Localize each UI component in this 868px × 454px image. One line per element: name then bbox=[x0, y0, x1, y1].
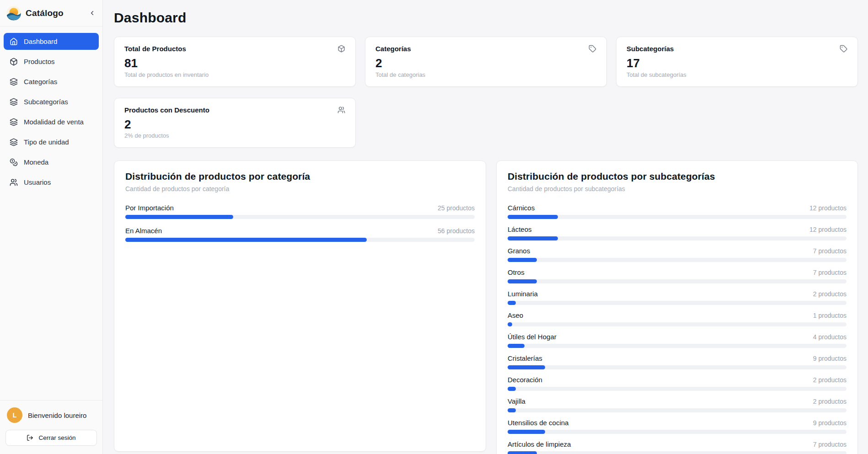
bar-row: Luminaria2 productos bbox=[508, 290, 847, 305]
bar-count: 1 productos bbox=[813, 312, 847, 319]
stat-card-title: Categorías bbox=[375, 45, 411, 53]
bar-label: Cristalerías bbox=[508, 354, 542, 362]
bar-count: 56 productos bbox=[438, 227, 475, 235]
stat-card-subtitle: Total de subcategorías bbox=[627, 71, 847, 78]
stat-card: Subcategorías17Total de subcategorías bbox=[616, 37, 858, 87]
bar-label: Luminaria bbox=[508, 290, 538, 298]
users-icon bbox=[338, 106, 345, 114]
chart-title: Distribución de productos por subcategor… bbox=[508, 171, 847, 182]
page-title: Dashboard bbox=[114, 10, 858, 26]
bar-track bbox=[508, 365, 847, 369]
users-icon bbox=[10, 178, 18, 187]
tag-icon bbox=[840, 45, 847, 53]
bar-fill bbox=[508, 408, 516, 412]
stat-card-header: Subcategorías bbox=[627, 45, 847, 53]
bar-track bbox=[125, 238, 475, 242]
sidebar-item-productos[interactable]: Productos bbox=[4, 53, 99, 70]
chart-bars: Cárnicos12 productosLácteos12 productosG… bbox=[508, 204, 847, 454]
package-icon bbox=[338, 45, 345, 53]
stat-card-value: 2 bbox=[124, 118, 345, 131]
chevron-left-icon bbox=[89, 10, 96, 16]
sidebar: Catálogo DashboardProductosCategoríasSub… bbox=[0, 0, 103, 454]
sidebar-item-subcategorías[interactable]: Subcategorías bbox=[4, 93, 99, 110]
bar-row: Útiles del Hogar4 productos bbox=[508, 333, 847, 348]
bar-fill bbox=[508, 365, 545, 369]
chart-bars: Por Importación25 productosEn Almacén56 … bbox=[125, 204, 475, 242]
bar-label: Cárnicos bbox=[508, 204, 535, 212]
bar-track bbox=[508, 387, 847, 391]
bar-fill bbox=[508, 215, 558, 219]
package-icon bbox=[10, 58, 18, 66]
sidebar-item-categorías[interactable]: Categorías bbox=[4, 73, 99, 90]
tag-icon bbox=[589, 45, 596, 53]
bar-count: 7 productos bbox=[813, 269, 847, 276]
bar-row: Cristalerías9 productos bbox=[508, 354, 847, 369]
bar-row-header: Decoración2 productos bbox=[508, 376, 847, 384]
sidebar-collapse-button[interactable] bbox=[86, 7, 98, 19]
bar-row-header: Útiles del Hogar4 productos bbox=[508, 333, 847, 341]
sidebar-item-label: Subcategorías bbox=[24, 98, 68, 106]
logout-button[interactable]: Cerrar sesión bbox=[5, 430, 97, 446]
bar-track bbox=[125, 215, 475, 219]
bar-fill bbox=[508, 258, 537, 262]
bar-row: Decoración2 productos bbox=[508, 376, 847, 391]
stat-card: Categorías2Total de categorias bbox=[365, 37, 607, 87]
stat-card-title: Productos con Descuento bbox=[124, 106, 209, 114]
sidebar-item-label: Categorías bbox=[24, 78, 57, 85]
bar-row-header: Lácteos12 productos bbox=[508, 225, 847, 233]
sidebar-footer: L Bienvenido loureiro Cerrar sesión bbox=[0, 400, 102, 454]
bar-count: 2 productos bbox=[813, 376, 847, 384]
charts-row: Distribución de productos por categoría … bbox=[114, 160, 858, 454]
sidebar-item-label: Usuarios bbox=[24, 178, 51, 186]
bar-label: Utensilios de cocina bbox=[508, 419, 568, 427]
sidebar-header: Catálogo bbox=[0, 0, 102, 27]
bar-count: 7 productos bbox=[813, 247, 847, 255]
layers-icon bbox=[10, 118, 18, 126]
user-row: L Bienvenido loureiro bbox=[5, 407, 97, 423]
catalogo-logo-icon bbox=[6, 6, 21, 21]
bar-track bbox=[508, 279, 847, 283]
sidebar-item-modalidad-de-venta[interactable]: Modalidad de venta bbox=[4, 113, 99, 130]
bar-track bbox=[508, 301, 847, 305]
bar-row-header: Granos7 productos bbox=[508, 247, 847, 255]
stat-card-header: Productos con Descuento bbox=[124, 106, 345, 114]
layers-icon bbox=[10, 98, 18, 106]
bar-count: 25 productos bbox=[438, 204, 475, 212]
sidebar-item-dashboard[interactable]: Dashboard bbox=[4, 33, 99, 50]
sidebar-item-usuarios[interactable]: Usuarios bbox=[4, 174, 99, 191]
bar-count: 12 productos bbox=[809, 226, 847, 233]
brand-title: Catálogo bbox=[26, 8, 64, 18]
main-content: Dashboard Total de Productos81Total de p… bbox=[103, 0, 868, 454]
bar-label: Granos bbox=[508, 247, 530, 255]
bar-count: 7 productos bbox=[813, 441, 847, 448]
stat-card: Productos con Descuento22% de productos bbox=[114, 98, 356, 148]
bar-track bbox=[508, 258, 847, 262]
bar-label: En Almacén bbox=[125, 227, 162, 235]
bar-label: Artículos de limpieza bbox=[508, 440, 571, 448]
bar-row: Otros7 productos bbox=[508, 268, 847, 283]
bar-label: Por Importación bbox=[125, 204, 174, 212]
bar-label: Decoración bbox=[508, 376, 542, 384]
bar-count: 2 productos bbox=[813, 290, 847, 298]
stat-card-title: Total de Productos bbox=[124, 45, 186, 53]
chart-panel-categorias: Distribución de productos por categoría … bbox=[114, 160, 486, 452]
bar-count: 2 productos bbox=[813, 398, 847, 405]
bar-row-header: Por Importación25 productos bbox=[125, 204, 475, 212]
layers-icon bbox=[10, 138, 18, 146]
layers-icon bbox=[10, 78, 18, 86]
sidebar-nav: DashboardProductosCategoríasSubcategoría… bbox=[0, 27, 102, 400]
sidebar-item-moneda[interactable]: Moneda bbox=[4, 154, 99, 171]
bar-fill bbox=[125, 238, 367, 242]
bar-track bbox=[508, 344, 847, 348]
bar-row-header: Otros7 productos bbox=[508, 268, 847, 276]
logout-label: Cerrar sesión bbox=[38, 434, 75, 441]
bar-track bbox=[508, 322, 847, 326]
bar-row: Por Importación25 productos bbox=[125, 204, 475, 219]
welcome-text: Bienvenido loureiro bbox=[28, 411, 86, 419]
bar-row-header: Utensilios de cocina9 productos bbox=[508, 419, 847, 427]
avatar: L bbox=[7, 407, 22, 423]
bar-count: 12 productos bbox=[809, 204, 847, 212]
bar-fill bbox=[508, 387, 516, 391]
sidebar-item-tipo-de-unidad[interactable]: Tipo de unidad bbox=[4, 134, 99, 150]
stat-card-header: Total de Productos bbox=[124, 45, 345, 53]
